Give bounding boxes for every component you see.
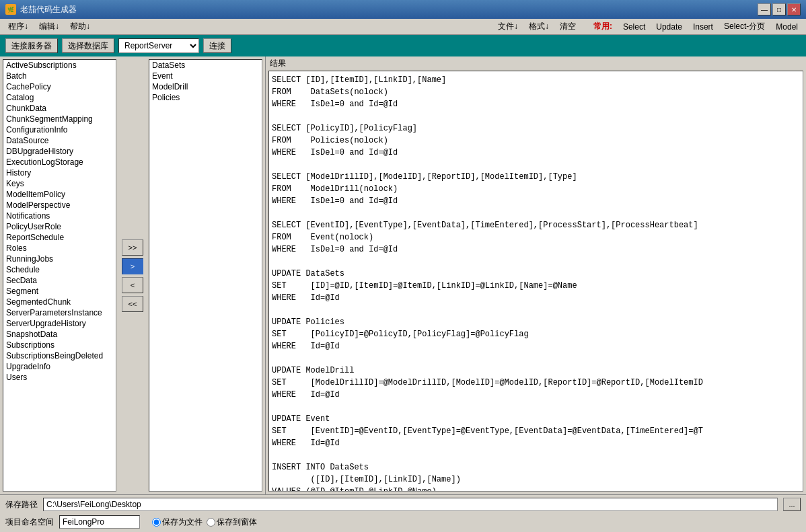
table-list-item[interactable]: DBUpgradeHistory: [3, 146, 116, 157]
table-list-item[interactable]: ActiveSubscriptions: [3, 60, 116, 71]
field-list-item[interactable]: Policies: [149, 92, 262, 103]
table-list-item[interactable]: ChunkData: [3, 103, 116, 114]
table-list-item[interactable]: Keys: [3, 178, 116, 189]
select-db-button[interactable]: 选择数据库: [62, 38, 114, 53]
right-panel: 结果 SELECT [ID],[ItemID],[LinkID],[Name] …: [266, 56, 806, 494]
table-list-item[interactable]: ModelPerspective: [3, 200, 116, 211]
menu-common[interactable]: 常用:: [588, 20, 618, 34]
menu-select[interactable]: Select: [618, 21, 651, 33]
connection-toolbar: 连接服务器 选择数据库 ReportServer 连接: [0, 35, 806, 56]
table-list-item[interactable]: CachePolicy: [3, 81, 116, 92]
menu-clear[interactable]: 清空: [554, 20, 581, 34]
menu-edit[interactable]: 编辑↓: [34, 20, 65, 34]
title-bar: 🌿 老茄代码生成器 — □ ✕: [0, 0, 806, 19]
table-list-item[interactable]: ChunkSegmentMapping: [3, 114, 116, 124]
table-list-item[interactable]: History: [3, 167, 116, 178]
move-all-left-button[interactable]: <<: [122, 296, 143, 312]
result-area[interactable]: SELECT [ID],[ItemID],[LinkID],[Name] FRO…: [268, 71, 803, 492]
namespace-label: 项目命名空间: [5, 517, 54, 528]
table-list-item[interactable]: ReportSchedule: [3, 232, 116, 243]
field-list-item[interactable]: Event: [149, 71, 262, 81]
menu-update[interactable]: Update: [651, 21, 688, 33]
table-list-item[interactable]: Subscriptions: [3, 340, 116, 350]
table-list[interactable]: ActiveSubscriptionsBatchCachePolicyCatal…: [3, 59, 116, 492]
menu-file[interactable]: 文件↓: [492, 20, 523, 34]
save-file-radio[interactable]: 保存为文件: [152, 517, 203, 528]
browse-button[interactable]: ...: [783, 498, 801, 511]
table-list-item[interactable]: Notifications: [3, 211, 116, 221]
table-list-item[interactable]: SegmentedChunk: [3, 297, 116, 307]
menu-select-page[interactable]: Select-分页: [719, 20, 770, 34]
table-list-item[interactable]: ModelItemPolicy: [3, 189, 116, 200]
app-icon: 🌿: [5, 4, 16, 15]
table-list-item[interactable]: SnapshotData: [3, 329, 116, 340]
menu-format[interactable]: 格式↓: [523, 20, 554, 34]
bottom-area: 保存路径 ... 项目命名空间 保存为文件 保存到窗体 文件生成 项目生成 项目…: [0, 494, 806, 532]
namespace-row: 项目命名空间 保存为文件 保存到窗体: [0, 514, 806, 530]
field-list-item[interactable]: ModelDrill: [149, 81, 262, 92]
table-list-item[interactable]: Batch: [3, 71, 116, 81]
maximize-button[interactable]: □: [772, 3, 786, 15]
window-controls: — □ ✕: [758, 3, 801, 15]
menu-insert[interactable]: Insert: [688, 21, 719, 33]
field-list-item[interactable]: DataSets: [149, 60, 262, 71]
connect-server-button[interactable]: 连接服务器: [5, 38, 58, 53]
table-list-item[interactable]: RunningJobs: [3, 254, 116, 264]
table-list-item[interactable]: Segment: [3, 286, 116, 297]
table-list-item[interactable]: SecData: [3, 275, 116, 286]
table-list-item[interactable]: PolicyUserRole: [3, 221, 116, 232]
table-list-item[interactable]: UpgradeInfo: [3, 361, 116, 372]
connect-button[interactable]: 连接: [203, 38, 231, 53]
table-list-item[interactable]: DataSource: [3, 135, 116, 146]
save-options: 保存为文件 保存到窗体: [152, 517, 257, 528]
table-list-item[interactable]: ConfigurationInfo: [3, 124, 116, 135]
minimize-button[interactable]: —: [758, 3, 771, 15]
path-row: 保存路径 ...: [0, 495, 806, 514]
table-list-item[interactable]: SubscriptionsBeingDeleted: [3, 350, 116, 361]
table-list-item[interactable]: Users: [3, 372, 116, 383]
table-list-item[interactable]: Schedule: [3, 264, 116, 275]
main-content: ActiveSubscriptionsBatchCachePolicyCatal…: [0, 56, 806, 494]
menu-model[interactable]: Model: [770, 21, 803, 33]
menu-help[interactable]: 帮助↓: [65, 20, 96, 34]
move-left-button[interactable]: <: [122, 277, 143, 293]
menu-bar: 程序↓ 编辑↓ 帮助↓ 文件↓ 格式↓ 清空 常用: Select Update…: [0, 19, 806, 35]
namespace-input[interactable]: [59, 515, 140, 529]
table-list-item[interactable]: Roles: [3, 243, 116, 254]
move-right-button[interactable]: >: [122, 258, 143, 274]
move-all-right-button[interactable]: >>: [122, 239, 143, 256]
table-list-item[interactable]: ServerParametersInstance: [3, 307, 116, 318]
path-label: 保存路径: [5, 499, 38, 510]
transfer-buttons: >> > < <<: [119, 56, 146, 494]
database-select[interactable]: ReportServer: [118, 38, 199, 53]
result-label: 结果: [266, 56, 806, 71]
table-list-item[interactable]: ServerUpgradeHistory: [3, 318, 116, 329]
left-panel: ActiveSubscriptionsBatchCachePolicyCatal…: [0, 56, 266, 494]
close-button[interactable]: ✕: [787, 3, 801, 15]
path-input[interactable]: [43, 498, 778, 511]
field-list[interactable]: DataSetsEventModelDrillPolicies: [149, 59, 262, 492]
table-list-item[interactable]: Catalog: [3, 92, 116, 103]
table-list-item[interactable]: ExecutionLogStorage: [3, 157, 116, 167]
save-window-radio[interactable]: 保存到窗体: [207, 517, 257, 528]
app-title: 老茄代码生成器: [20, 4, 758, 15]
menu-program[interactable]: 程序↓: [3, 20, 34, 34]
